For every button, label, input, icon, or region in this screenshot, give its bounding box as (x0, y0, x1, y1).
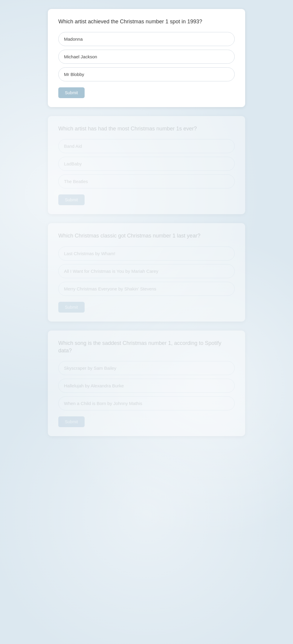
quiz-card-q2: Which artist has had the most Christmas … (48, 116, 245, 214)
option-btn-q3-0: Last Christmas by Wham! (58, 246, 235, 261)
option-btn-q2-2: The Beatles (58, 174, 235, 188)
option-btn-q2-1: LadBaby (58, 157, 235, 171)
quiz-card-q1: Which artist achieved the Christmas numb… (48, 9, 245, 107)
quiz-card-q3: Which Christmas classic got Christmas nu… (48, 223, 245, 321)
option-btn-q4-0: Skyscraper by Sam Bailey (58, 361, 235, 375)
option-btn-q1-0[interactable]: Madonna (58, 32, 235, 46)
quiz-container: Which artist achieved the Christmas numb… (0, 0, 293, 445)
option-btn-q4-2: When a Child is Born by Johnny Mathis (58, 396, 235, 410)
option-btn-q3-2: Merry Christmas Everyone by Shakin' Stev… (58, 282, 235, 296)
quiz-card-q4: Which song is the saddest Christmas numb… (48, 331, 245, 436)
question-text-q3: Which Christmas classic got Christmas nu… (58, 232, 235, 240)
option-btn-q1-2[interactable]: Mr Blobby (58, 67, 235, 81)
question-text-q1: Which artist achieved the Christmas numb… (58, 18, 235, 25)
option-btn-q4-1: Hallelujah by Alexandra Burke (58, 379, 235, 393)
submit-btn-q4: Submit (58, 416, 85, 427)
bottom-spacer (0, 445, 293, 625)
question-text-q2: Which artist has had the most Christmas … (58, 125, 235, 133)
submit-btn-q1[interactable]: Submit (58, 87, 85, 98)
question-text-q4: Which song is the saddest Christmas numb… (58, 339, 235, 354)
option-btn-q1-1[interactable]: Michael Jackson (58, 50, 235, 64)
submit-btn-q2: Submit (58, 194, 85, 205)
option-btn-q2-0: Band Aid (58, 139, 235, 153)
option-btn-q3-1: All I Want for Christmas is You by Maria… (58, 264, 235, 278)
submit-btn-q3: Submit (58, 302, 85, 313)
